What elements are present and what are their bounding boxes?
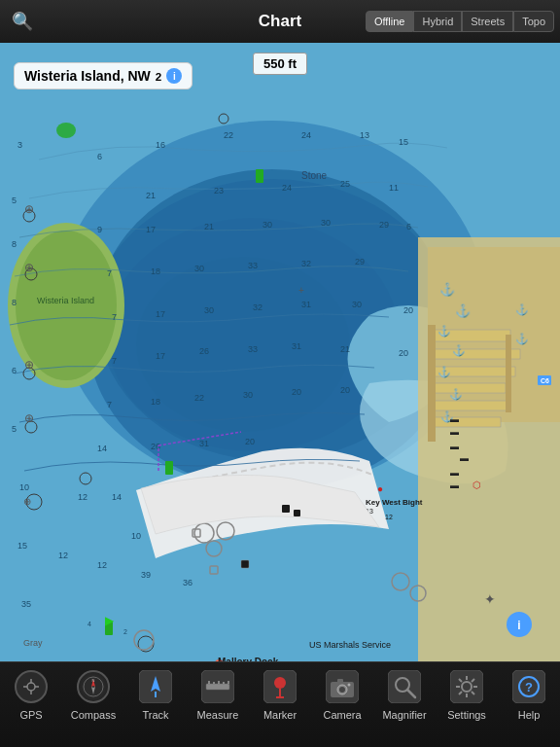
toolbar-item-help[interactable]: ? Help <box>498 668 560 721</box>
svg-text:29: 29 <box>379 220 389 230</box>
svg-text:▬: ▬ <box>450 480 459 490</box>
marker-label: Marker <box>263 709 297 721</box>
svg-text:▬: ▬ <box>450 468 459 478</box>
search-icon[interactable]: 🔍 <box>12 11 33 32</box>
svg-text:35: 35 <box>21 599 31 609</box>
svg-text:▬: ▬ <box>460 453 469 463</box>
svg-point-174 <box>274 677 286 689</box>
svg-text:39: 39 <box>141 570 151 580</box>
svg-text:⊕: ⊕ <box>23 496 31 507</box>
svg-rect-13 <box>506 335 511 412</box>
svg-text:▬: ▬ <box>450 414 459 424</box>
svg-text:i: i <box>517 619 520 632</box>
toolbar-item-settings[interactable]: Settings <box>436 668 498 721</box>
svg-text:20: 20 <box>340 385 350 395</box>
toolbar: GPS N Compass Track <box>0 661 560 747</box>
svg-text:5: 5 <box>12 424 17 434</box>
svg-text:17: 17 <box>146 225 156 234</box>
compass-label: Compass <box>71 709 116 721</box>
svg-text:17: 17 <box>156 309 165 319</box>
svg-rect-167 <box>206 684 229 690</box>
toolbar-item-marker[interactable]: Marker <box>249 668 311 721</box>
map-type-hybrid[interactable]: Hybrid <box>413 11 462 32</box>
map-type-streets[interactable]: Streets <box>462 11 513 32</box>
svg-rect-84 <box>256 169 263 183</box>
svg-text:Key West Bight: Key West Bight <box>366 498 423 507</box>
svg-text:14: 14 <box>112 492 122 502</box>
svg-rect-144 <box>241 560 249 568</box>
settings-icon <box>448 668 485 705</box>
svg-text:7: 7 <box>107 268 112 278</box>
svg-rect-179 <box>337 679 343 683</box>
distance-text: 550 ft <box>263 56 297 71</box>
svg-text:21: 21 <box>340 344 350 354</box>
toolbar-item-gps[interactable]: GPS <box>0 668 62 721</box>
map-type-offline[interactable]: Offline <box>366 11 414 32</box>
toolbar-item-magnifier[interactable]: Magnifier <box>373 668 436 721</box>
svg-text:+: + <box>298 285 304 296</box>
toolbar-item-compass[interactable]: N Compass <box>62 668 124 721</box>
gps-icon <box>13 668 50 705</box>
svg-text:✦: ✦ <box>484 591 496 607</box>
svg-text:12: 12 <box>58 551 68 560</box>
measure-icon <box>199 668 236 705</box>
svg-text:⚓: ⚓ <box>455 302 472 319</box>
svg-rect-143 <box>294 510 300 516</box>
svg-point-178 <box>339 687 345 693</box>
svg-rect-12 <box>428 325 436 442</box>
svg-text:6: 6 <box>97 152 102 161</box>
svg-text:33: 33 <box>248 344 258 354</box>
svg-text:32: 32 <box>253 302 262 312</box>
svg-text:30: 30 <box>243 390 253 400</box>
svg-text:⚓: ⚓ <box>449 387 463 401</box>
camera-icon <box>324 668 361 705</box>
svg-text:⬡: ⬡ <box>472 480 481 490</box>
svg-text:▬: ▬ <box>450 427 459 437</box>
location-label[interactable]: Wisteria Island, NW 2 i <box>14 62 192 89</box>
magnifier-icon <box>386 668 423 705</box>
map-container[interactable]: 3 5 8 8 6 5 10 15 35 6 16 22 24 13 15 21… <box>0 43 560 661</box>
svg-text:20: 20 <box>399 348 408 358</box>
svg-text:US Marshals Service: US Marshals Service <box>309 640 391 650</box>
toolbar-item-measure[interactable]: Measure <box>187 668 249 721</box>
svg-text:12: 12 <box>385 514 393 520</box>
svg-text:22: 22 <box>224 130 233 140</box>
help-icon: ? <box>510 668 547 705</box>
camera-label: Camera <box>323 709 361 721</box>
distance-badge: 550 ft <box>253 53 307 75</box>
location-text: Wisteria Island, NW <box>24 68 151 84</box>
svg-text:29: 29 <box>355 257 365 267</box>
svg-text:33: 33 <box>248 261 258 270</box>
svg-text:26: 26 <box>199 346 209 356</box>
svg-rect-10 <box>433 401 510 410</box>
svg-rect-184 <box>450 670 483 703</box>
svg-text:⚓: ⚓ <box>438 324 451 338</box>
svg-rect-181 <box>388 670 421 703</box>
svg-text:17: 17 <box>156 351 165 361</box>
svg-point-154 <box>27 683 35 691</box>
svg-text:14: 14 <box>97 444 107 453</box>
svg-text:30: 30 <box>321 218 331 228</box>
svg-text:25: 25 <box>340 179 350 189</box>
magnifier-label: Magnifier <box>382 709 426 721</box>
toolbar-item-track[interactable]: Track <box>124 668 187 721</box>
compass-icon: N <box>75 668 112 705</box>
svg-text:23: 23 <box>214 186 224 196</box>
svg-text:8: 8 <box>12 298 17 307</box>
map-type-topo[interactable]: Topo <box>513 11 554 32</box>
svg-text:C6: C6 <box>541 377 549 384</box>
marker-icon <box>262 668 298 705</box>
svg-text:31: 31 <box>292 341 301 351</box>
track-icon <box>137 668 174 705</box>
location-superscript: 2 <box>156 70 161 83</box>
svg-text:12: 12 <box>78 492 88 502</box>
toolbar-item-camera[interactable]: Camera <box>311 668 373 721</box>
settings-label: Settings <box>447 709 486 721</box>
svg-text:20: 20 <box>403 305 413 315</box>
svg-text:⚓: ⚓ <box>438 365 451 378</box>
svg-point-16 <box>56 123 76 138</box>
svg-text:2: 2 <box>123 628 127 635</box>
info-icon[interactable]: i <box>166 68 182 84</box>
svg-text:12: 12 <box>97 560 107 570</box>
gps-label: GPS <box>19 709 42 721</box>
